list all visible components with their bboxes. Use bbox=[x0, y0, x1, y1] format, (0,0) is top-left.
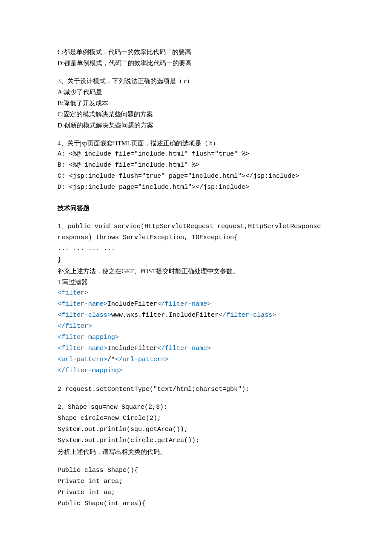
code-line: ... ... ... ... bbox=[58, 244, 334, 254]
text-line: 分析上述代码，请写出相关类的代码。 bbox=[58, 447, 334, 457]
code-line: Shape circle=new Circle(2); bbox=[58, 413, 334, 424]
code-line: 1、public void service(HttpServletRequest… bbox=[58, 222, 334, 232]
answer1: 1、public void service(HttpServletRequest… bbox=[58, 222, 334, 395]
xml-tag: </filter-class> bbox=[219, 312, 276, 319]
xml-line: <filter-name>IncludeFilter</filter-name> bbox=[58, 344, 334, 354]
code-line: System.out.println(squ.getArea()); bbox=[58, 425, 334, 435]
question3: 3、关于设计模式，下列说法正确的选项是（ c） A:减少了代码量 B:降低了开发… bbox=[58, 76, 334, 130]
option-c: C:都是单例模式，代码一的效率比代码二的要高 bbox=[58, 47, 334, 57]
code-line: Public Shape(int area){ bbox=[58, 499, 334, 509]
question4-stem: 4、关于jsp页面嵌套HTML页面，描述正确的选项是（ b） bbox=[58, 138, 334, 148]
answer2: 2、Shape squ=new Square(2,3); Shape circl… bbox=[58, 402, 334, 509]
document-page: C:都是单例模式，代码一的效率比代码二的要高 D:都是单例模式，代码二的效率比代… bbox=[0, 0, 392, 555]
option-a: A: <%@ include file="include.html" flush… bbox=[58, 149, 334, 159]
option-c: C: <jsp:include flush="true" page="inclu… bbox=[58, 171, 334, 182]
code-line: Private int area; bbox=[58, 477, 334, 487]
xml-tag: </filter-name> bbox=[157, 345, 211, 352]
text-line: 补充上述方法，使之在GET、POST提交时能正确处理中文参数。 bbox=[58, 266, 334, 276]
option-b: B:降低了开发成本 bbox=[58, 98, 334, 108]
option-b: B: <%@ include file="include.html" %> bbox=[58, 160, 334, 171]
xml-tag: </filter-mapping> bbox=[58, 367, 123, 374]
question2-options-continued: C:都是单例模式，代码一的效率比代码二的要高 D:都是单例模式，代码二的效率比代… bbox=[58, 47, 334, 68]
code-line: 2、Shape squ=new Square(2,3); bbox=[58, 402, 334, 413]
xml-tag: <url-pattern> bbox=[58, 356, 107, 363]
code-line: } bbox=[58, 255, 334, 265]
xml-tag: <filter-class> bbox=[58, 312, 111, 319]
question4: 4、关于jsp页面嵌套HTML页面，描述正确的选项是（ b） A: <%@ in… bbox=[58, 138, 334, 193]
option-c: C:固定的模式解决某些问题的方案 bbox=[58, 109, 334, 119]
xml-line: </filter-mapping> bbox=[58, 366, 334, 376]
xml-text: IncludeFilter bbox=[107, 345, 157, 352]
code-line: response) throws ServletException, IOExc… bbox=[58, 233, 334, 243]
option-d: D:都是单例模式，代码二的效率比代码一的要高 bbox=[58, 58, 334, 68]
xml-line: <filter> bbox=[58, 288, 334, 298]
spacer bbox=[58, 377, 334, 384]
option-d: D:创新的模式解决某些问题的方案 bbox=[58, 120, 334, 130]
text-line: 1 写过滤器 bbox=[58, 277, 334, 287]
option-a: A:减少了代码量 bbox=[58, 87, 334, 97]
xml-tag: <filter> bbox=[58, 289, 88, 297]
xml-text: www.wxs.filter.IncludeFilter bbox=[111, 312, 219, 319]
xml-tag: </filter-name> bbox=[157, 301, 211, 308]
xml-line: <filter-name>IncludeFilter</filter-name> bbox=[58, 299, 334, 309]
spacer bbox=[58, 458, 334, 465]
xml-tag: <filter-name> bbox=[58, 345, 107, 352]
xml-text: IncludeFilter bbox=[107, 301, 157, 308]
xml-line: <url-pattern>/*</url-pattern> bbox=[58, 355, 334, 365]
section-title: 技术问答题 bbox=[58, 203, 334, 213]
xml-tag: <filter-mapping> bbox=[58, 334, 119, 341]
xml-tag: </url-pattern> bbox=[115, 356, 169, 363]
code-line: System.out.println(circle.getArea()); bbox=[58, 436, 334, 446]
xml-line: </filter> bbox=[58, 321, 334, 332]
xml-text: /* bbox=[107, 356, 115, 363]
xml-line: <filter-mapping> bbox=[58, 332, 334, 343]
xml-line: <filter-class>www.wxs.filter.IncludeFilt… bbox=[58, 310, 334, 321]
xml-tag: </filter> bbox=[58, 323, 92, 330]
question3-stem: 3、关于设计模式，下列说法正确的选项是（ c） bbox=[58, 76, 334, 86]
code-line: 2 request.setContentType("text/html;char… bbox=[58, 384, 334, 395]
code-line: Private int aa; bbox=[58, 488, 334, 498]
xml-tag: <filter-name> bbox=[58, 301, 107, 308]
option-d: D: <jsp:include page="include.html"></js… bbox=[58, 182, 334, 193]
code-line: Public class Shape(){ bbox=[58, 465, 334, 476]
